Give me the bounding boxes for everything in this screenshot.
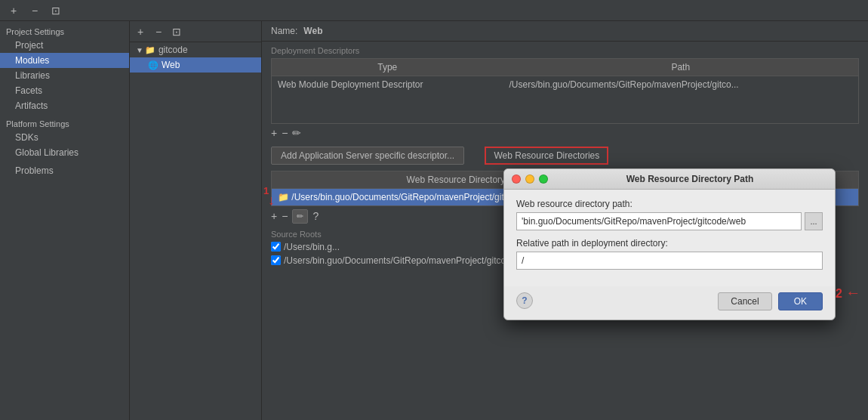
tree-remove-btn[interactable]: − [151, 24, 166, 39]
dd-edit-btn[interactable]: ✏ [292, 127, 301, 139]
sidebar-item-modules[interactable]: Modules [0, 53, 129, 68]
table-row[interactable]: Web Module Deployment Descriptor /Users/… [272, 76, 859, 94]
dialog-help-btn[interactable]: ? [516, 292, 533, 309]
tree-item-web[interactable]: 🌐 Web [130, 57, 261, 73]
wrd-add-btn[interactable]: + [271, 210, 277, 222]
content-area: + − ⊡ ▼ 📁 gitcode 🌐 Web Name: Web Deplo [130, 21, 868, 420]
dialog-body: Web resource directory path: ... 2 Relat… [504, 190, 835, 286]
annotation-2-label: 2 [836, 287, 842, 300]
wrd-dialog: Web Resource Directory Path Web resource… [503, 168, 836, 320]
dialog-titlebar: Web Resource Directory Path [504, 169, 835, 190]
dialog-relative-path-input[interactable] [516, 252, 823, 270]
tree-toolbar: + − ⊡ [130, 21, 261, 42]
platform-settings-title: Platform Settings [0, 116, 129, 130]
sidebar-item-problems[interactable]: Problems [0, 163, 129, 178]
wrd-help-btn[interactable]: ? [312, 210, 319, 222]
dialog-input-row-1: ... 2 [516, 212, 823, 230]
dd-col-path: Path [503, 59, 859, 76]
annotation-1-number: 1 [263, 185, 269, 196]
tree-add-btn[interactable]: + [133, 24, 148, 39]
name-row: Name: Web [262, 21, 868, 42]
dd-remove-btn[interactable]: − [282, 127, 288, 139]
source-root-path-1: /Users/bin.g... [284, 242, 340, 252]
dialog-field1-label: Web resource directory path: [516, 199, 823, 209]
dialog-title: Web Resource Directory Path [553, 174, 827, 184]
folder-icon: 📁 [145, 45, 155, 55]
name-value: Web [303, 26, 322, 36]
tree-item-gitcode[interactable]: ▼ 📁 gitcode [130, 42, 261, 57]
dd-add-btn[interactable]: + [271, 127, 277, 139]
dialog-browse-btn[interactable]: ... [805, 212, 823, 230]
remove-module-btn[interactable]: − [27, 3, 42, 18]
tree-arrow-icon: ▼ [136, 46, 143, 54]
main-layout: Project Settings Project Modules Librari… [0, 21, 868, 420]
sidebar-item-facets[interactable]: Facets [0, 83, 129, 98]
tree-item-gitcode-label: gitcode [159, 45, 188, 55]
wrd-edit-btn[interactable]: ✏ [292, 209, 308, 224]
deployment-descriptors-table: Type Path Web Module Deployment Descript… [271, 58, 859, 124]
add-app-server-btn[interactable]: Add Application Server specific descript… [271, 147, 464, 165]
dialog-footer: ? Cancel OK [504, 286, 835, 320]
top-toolbar: + − ⊡ [0, 0, 868, 21]
dialog-maximize-btn[interactable] [539, 174, 548, 184]
sidebar-item-libraries[interactable]: Libraries [0, 68, 129, 83]
project-settings-title: Project Settings [0, 24, 129, 38]
source-root-checkbox-2[interactable] [271, 255, 281, 265]
details-panel: Name: Web Deployment Descriptors Type Pa… [262, 21, 868, 420]
wrd-remove-btn[interactable]: − [282, 210, 288, 222]
dd-row-type: Web Module Deployment Descriptor [272, 76, 503, 94]
web-icon: 🌐 [148, 60, 159, 70]
dialog-close-btn[interactable] [512, 174, 521, 184]
add-module-btn[interactable]: + [6, 3, 21, 18]
dialog-path-input[interactable] [516, 212, 802, 230]
dialog-cancel-btn[interactable]: Cancel [718, 292, 771, 310]
sidebar-item-project[interactable]: Project [0, 38, 129, 53]
sidebar-item-global-libraries[interactable]: Global Libraries [0, 145, 129, 160]
tree-panel: + − ⊡ ▼ 📁 gitcode 🌐 Web [130, 21, 262, 420]
copy-module-btn[interactable]: ⊡ [48, 3, 63, 18]
dd-toolbar: + − ✏ [262, 124, 868, 142]
wrd-tab[interactable]: Web Resource Directories [485, 147, 608, 165]
deployment-descriptors-label: Deployment Descriptors [262, 42, 868, 58]
dialog-field2-label: Relative path in deployment directory: [516, 238, 823, 249]
annotation-2-container: 2 ← [836, 284, 860, 301]
dd-row-path: /Users/bin.guo/Documents/GitRepo/mavenPr… [503, 76, 859, 94]
sidebar-item-artifacts[interactable]: Artifacts [0, 98, 129, 113]
dialog-input-row-2 [516, 252, 823, 270]
tree-item-web-label: Web [162, 60, 180, 70]
arrow2-icon: ← [845, 284, 860, 301]
name-label: Name: [271, 26, 297, 36]
source-root-checkbox-1[interactable] [271, 242, 281, 252]
sidebar: Project Settings Project Modules Librari… [0, 21, 130, 420]
sidebar-item-sdks[interactable]: SDKs [0, 130, 129, 145]
tree-copy-btn[interactable]: ⊡ [169, 24, 184, 39]
dialog-minimize-btn[interactable] [525, 174, 534, 184]
dd-col-type: Type [272, 59, 503, 76]
dialog-ok-btn[interactable]: OK [778, 292, 823, 310]
